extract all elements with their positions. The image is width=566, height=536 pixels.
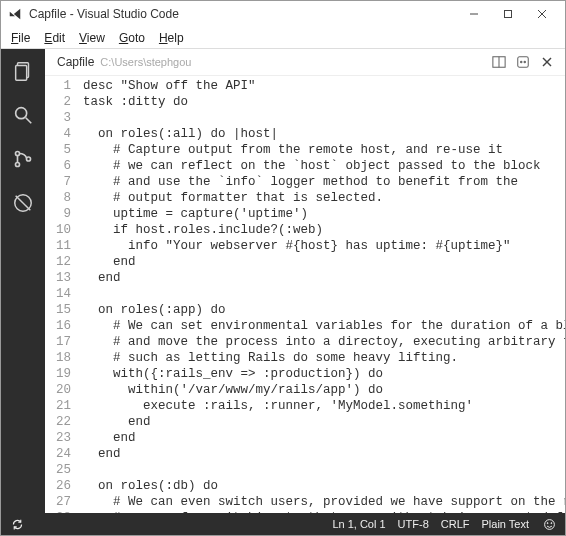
svg-point-21 xyxy=(547,522,548,523)
maximize-button[interactable] xyxy=(491,2,525,26)
code-line[interactable]: with({:rails_env => :production}) do xyxy=(83,366,565,382)
code-line[interactable] xyxy=(83,462,565,478)
menu-help[interactable]: Help xyxy=(153,29,190,47)
search-icon[interactable] xyxy=(9,101,37,129)
code-line[interactable]: # and move the process into a directoy, … xyxy=(83,334,565,350)
line-number: 2 xyxy=(45,94,71,110)
line-number: 23 xyxy=(45,430,71,446)
line-number: 24 xyxy=(45,446,71,462)
line-number: 6 xyxy=(45,158,71,174)
code-line[interactable]: end xyxy=(83,446,565,462)
svg-line-7 xyxy=(26,118,32,124)
line-number: 1 xyxy=(45,78,71,94)
svg-rect-5 xyxy=(16,66,27,81)
line-number: 18 xyxy=(45,350,71,366)
editor-tabbar: Capfile C:\Users\stephgou xyxy=(45,49,565,75)
window-controls xyxy=(457,2,559,26)
line-number-gutter: 1234567891011121314151617181920212223242… xyxy=(45,76,79,513)
app-window: Capfile - Visual Studio Code FileEditVie… xyxy=(0,0,566,536)
code-line[interactable]: # Capture output from the remote host, a… xyxy=(83,142,565,158)
code-content[interactable]: desc "Show off the API"task :ditty do on… xyxy=(79,76,565,513)
minimize-button[interactable] xyxy=(457,2,491,26)
code-line[interactable]: end xyxy=(83,270,565,286)
code-line[interactable]: end xyxy=(83,254,565,270)
line-number: 27 xyxy=(45,494,71,510)
svg-rect-1 xyxy=(505,11,512,18)
menu-goto[interactable]: Goto xyxy=(113,29,151,47)
activity-bar xyxy=(1,49,45,513)
svg-line-12 xyxy=(16,196,31,211)
close-tab-icon[interactable] xyxy=(537,52,557,72)
svg-point-22 xyxy=(550,522,551,523)
code-line[interactable] xyxy=(83,110,565,126)
line-number: 11 xyxy=(45,238,71,254)
line-number: 13 xyxy=(45,270,71,286)
code-line[interactable]: # We can set environmental variables for… xyxy=(83,318,565,334)
line-number: 3 xyxy=(45,110,71,126)
code-line[interactable]: on roles(:db) do xyxy=(83,478,565,494)
svg-point-20 xyxy=(544,519,554,529)
window-body: Capfile C:\Users\stephgou 12345678910111… xyxy=(1,49,565,513)
line-number: 26 xyxy=(45,478,71,494)
sync-icon[interactable] xyxy=(9,516,25,532)
line-number: 5 xyxy=(45,142,71,158)
code-line[interactable]: within('/var/www/my/rails/app') do xyxy=(83,382,565,398)
code-line[interactable]: # We can even switch users, provided we … xyxy=(83,494,565,510)
language-mode[interactable]: Plain Text xyxy=(482,518,530,530)
menu-view[interactable]: View xyxy=(73,29,111,47)
code-line[interactable]: # and use the `info` logger method to be… xyxy=(83,174,565,190)
line-number: 22 xyxy=(45,414,71,430)
titlebar: Capfile - Visual Studio Code xyxy=(1,1,565,27)
debug-icon[interactable] xyxy=(9,189,37,217)
split-editor-icon[interactable] xyxy=(489,52,509,72)
code-line[interactable]: # such as letting Rails do some heavy li… xyxy=(83,350,565,366)
code-line[interactable]: on roles(:all) do |host| xyxy=(83,126,565,142)
line-number: 15 xyxy=(45,302,71,318)
line-number: 7 xyxy=(45,174,71,190)
line-number: 4 xyxy=(45,126,71,142)
line-number: 10 xyxy=(45,222,71,238)
code-editor[interactable]: 1234567891011121314151617181920212223242… xyxy=(45,75,565,513)
svg-point-9 xyxy=(15,162,19,166)
window-title: Capfile - Visual Studio Code xyxy=(29,7,457,21)
code-line[interactable]: info "Your webserver #{host} has uptime:… xyxy=(83,238,565,254)
code-line[interactable]: end xyxy=(83,430,565,446)
code-line[interactable]: # output formatter that is selected. xyxy=(83,190,565,206)
line-number: 21 xyxy=(45,398,71,414)
code-line[interactable]: if host.roles.include?(:web) xyxy=(83,222,565,238)
explorer-icon[interactable] xyxy=(9,57,37,85)
eol-indicator[interactable]: CRLF xyxy=(441,518,470,530)
code-line[interactable]: end xyxy=(83,414,565,430)
status-bar: Ln 1, Col 1 UTF-8 CRLF Plain Text xyxy=(1,513,565,535)
code-line[interactable]: task :ditty do xyxy=(83,94,565,110)
code-line[interactable] xyxy=(83,286,565,302)
code-line[interactable]: # we can reflect on the `host` object pa… xyxy=(83,158,565,174)
tab-filename[interactable]: Capfile xyxy=(57,55,94,69)
code-line[interactable]: uptime = capture('uptime') xyxy=(83,206,565,222)
code-line[interactable]: on roles(:app) do xyxy=(83,302,565,318)
menu-edit[interactable]: Edit xyxy=(38,29,71,47)
encoding-indicator[interactable]: UTF-8 xyxy=(398,518,429,530)
line-number: 16 xyxy=(45,318,71,334)
line-number: 19 xyxy=(45,366,71,382)
line-number: 12 xyxy=(45,254,71,270)
svg-point-16 xyxy=(521,61,522,62)
menu-file[interactable]: File xyxy=(5,29,36,47)
line-number: 17 xyxy=(45,334,71,350)
svg-point-8 xyxy=(15,151,19,155)
line-number: 8 xyxy=(45,190,71,206)
svg-rect-15 xyxy=(518,57,529,68)
close-button[interactable] xyxy=(525,2,559,26)
line-number: 9 xyxy=(45,206,71,222)
svg-point-17 xyxy=(524,61,525,62)
feedback-smiley-icon[interactable] xyxy=(541,516,557,532)
line-number: 25 xyxy=(45,462,71,478)
more-actions-icon[interactable] xyxy=(513,52,533,72)
editor-area: Capfile C:\Users\stephgou 12345678910111… xyxy=(45,49,565,513)
cursor-position[interactable]: Ln 1, Col 1 xyxy=(332,518,385,530)
source-control-icon[interactable] xyxy=(9,145,37,173)
vscode-logo-icon xyxy=(7,6,23,22)
line-number: 14 xyxy=(45,286,71,302)
code-line[interactable]: desc "Show off the API" xyxy=(83,78,565,94)
code-line[interactable]: execute :rails, :runner, 'MyModel.someth… xyxy=(83,398,565,414)
